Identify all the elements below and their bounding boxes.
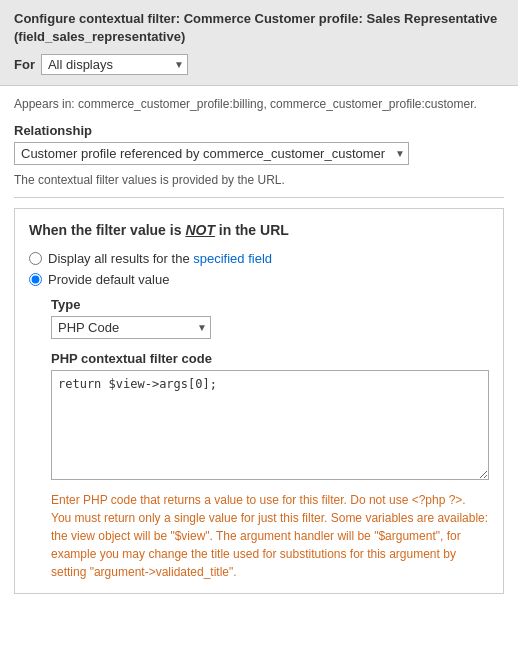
relationship-select-wrapper[interactable]: Customer profile referenced by commerce_… xyxy=(14,142,409,165)
appears-in-label: Appears in: xyxy=(14,97,75,111)
appears-in-value: commerce_customer_profile:billing, comme… xyxy=(78,97,477,111)
php-code-label: PHP contextual filter code xyxy=(51,351,489,366)
appears-in-text: Appears in: commerce_customer_profile:bi… xyxy=(14,96,504,113)
radio-item-display-all: Display all results for the specified fi… xyxy=(29,251,489,266)
for-label: For xyxy=(14,57,35,72)
displays-select[interactable]: All displays This page (override) xyxy=(41,54,188,75)
content-section: Appears in: commerce_customer_profile:bi… xyxy=(0,86,518,603)
radio-item-provide-default: Provide default value xyxy=(29,272,489,287)
radio-group: Display all results for the specified fi… xyxy=(29,251,489,287)
radio-display-all[interactable] xyxy=(29,252,42,265)
relationship-select[interactable]: Customer profile referenced by commerce_… xyxy=(14,142,409,165)
type-section: Type PHP Code Fixed value Raw value from… xyxy=(51,297,489,581)
radio-display-all-label[interactable]: Display all results for the specified fi… xyxy=(48,251,272,266)
page-title: Configure contextual filter: Commerce Cu… xyxy=(14,10,504,46)
filter-title-suffix: in the URL xyxy=(215,222,289,238)
type-select[interactable]: PHP Code Fixed value Raw value from URL xyxy=(51,316,211,339)
displays-select-wrapper[interactable]: All displays This page (override) ▼ xyxy=(41,54,188,75)
type-select-wrapper[interactable]: PHP Code Fixed value Raw value from URL … xyxy=(51,316,211,339)
header-section: Configure contextual filter: Commerce Cu… xyxy=(0,0,518,86)
specified-field-link[interactable]: specified field xyxy=(193,251,272,266)
php-help-text: Enter PHP code that returns a value to u… xyxy=(51,491,489,581)
relationship-row: Customer profile referenced by commerce_… xyxy=(14,142,504,165)
php-code-textarea[interactable]: return $view->args[0]; xyxy=(51,370,489,480)
contextual-note: The contextual filter values is provided… xyxy=(14,173,504,198)
radio-provide-default-label[interactable]: Provide default value xyxy=(48,272,169,287)
type-row: PHP Code Fixed value Raw value from URL … xyxy=(51,316,489,339)
radio-display-all-text-before: Display all results for the xyxy=(48,251,193,266)
filter-box-title: When the filter value is NOT in the URL xyxy=(29,221,489,241)
for-row: For All displays This page (override) ▼ xyxy=(14,54,504,75)
filter-title-prefix: When the filter value is xyxy=(29,222,185,238)
filter-title-italic: NOT xyxy=(185,222,215,238)
relationship-label: Relationship xyxy=(14,123,504,138)
filter-box: When the filter value is NOT in the URL … xyxy=(14,208,504,594)
radio-provide-default[interactable] xyxy=(29,273,42,286)
type-label: Type xyxy=(51,297,489,312)
